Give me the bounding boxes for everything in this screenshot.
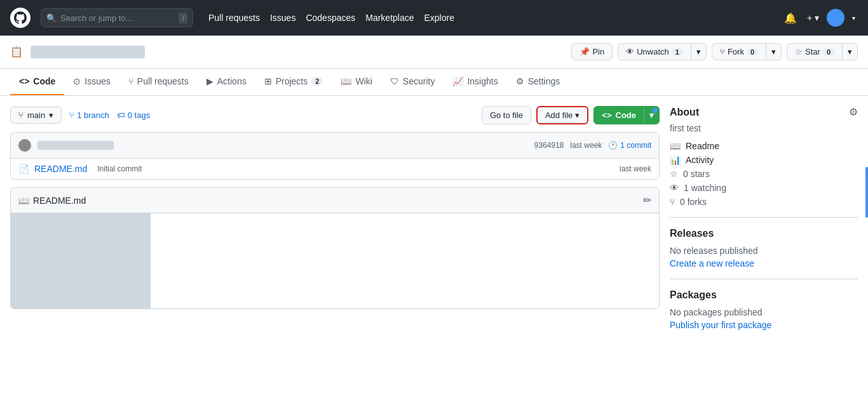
issues-icon: ⊙	[73, 76, 81, 86]
tab-settings[interactable]: ⚙ Settings	[507, 69, 569, 95]
star-button[interactable]: ☆ Star 0	[787, 43, 843, 60]
pr-icon: ⑂	[128, 76, 133, 86]
sidebar-links: 📖 Readme 📊 Activity ☆ 0 stars 👁 1 watchi…	[670, 141, 858, 207]
create-new-btn[interactable]: + ▾	[804, 10, 822, 25]
no-packages-text: No packages published	[670, 307, 858, 317]
user-avatar[interactable]	[827, 9, 844, 27]
search-placeholder: Search or jump to...	[60, 13, 132, 23]
packages-section: Packages No packages published Publish y…	[670, 289, 858, 330]
watching-link[interactable]: 👁 1 watching	[670, 183, 858, 193]
tab-code[interactable]: <> Code	[10, 69, 64, 95]
sidebar: About ⚙ first test 📖 Readme 📊 Activity ☆…	[670, 106, 858, 330]
add-file-chevron: ▾	[575, 110, 580, 120]
sidebar-divider-2	[670, 279, 858, 279]
nav-codespaces[interactable]: Codespaces	[306, 13, 355, 23]
code-main-btn[interactable]: <> Code	[594, 107, 644, 123]
publish-package-link[interactable]: Publish your first package	[670, 320, 771, 330]
chevron-down-icon: ▾	[49, 110, 53, 120]
file-name-link[interactable]: README.md	[34, 164, 87, 174]
commit-id: 9364918	[534, 141, 564, 150]
user-menu-btn[interactable]: ▾	[850, 12, 858, 24]
settings-icon: ⚙	[516, 76, 524, 86]
tab-projects[interactable]: ⊞ Projects 2	[255, 69, 332, 95]
insights-icon: 📈	[452, 76, 463, 86]
fork-button[interactable]: ⑂ Fork 0	[712, 43, 766, 60]
pin-button[interactable]: 📌 Pin	[571, 43, 613, 60]
repo-name	[31, 46, 145, 58]
star-icon: ☆	[795, 47, 803, 56]
readme-link[interactable]: 📖 Readme	[670, 141, 858, 151]
releases-title: Releases	[670, 228, 858, 239]
nav-links: Pull requests Issues Codespaces Marketpl…	[208, 13, 454, 23]
add-file-button[interactable]: Add file ▾	[536, 106, 588, 124]
tab-security[interactable]: 🛡 Security	[381, 69, 444, 95]
about-title: About	[670, 107, 699, 118]
tab-insights[interactable]: 📈 Insights	[444, 69, 506, 95]
repo-main: ⑂ main ▾ ⑂ 1 branch 🏷 0 tags Go to file …	[10, 106, 660, 330]
pin-icon: 📌	[580, 47, 590, 56]
fork-icon: ⑂	[720, 47, 725, 56]
forks-link[interactable]: ⑂ 0 forks	[670, 197, 858, 207]
eye-icon: 👁	[626, 47, 634, 56]
code-brackets-icon: <>	[602, 110, 611, 120]
projects-badge: 2	[311, 77, 323, 86]
star-count: 0	[823, 48, 834, 56]
unwatch-count: 1	[672, 48, 683, 56]
book-icon-small: 📖	[670, 141, 681, 151]
github-logo[interactable]	[10, 8, 31, 28]
readme-title: README.md	[33, 195, 86, 206]
nav-pull-requests[interactable]: Pull requests	[208, 13, 260, 23]
gear-icon[interactable]: ⚙	[849, 106, 858, 118]
repo-tabs: <> Code ⊙ Issues ⑂ Pull requests ▶ Actio…	[0, 69, 868, 96]
tags-count-link[interactable]: 🏷 0 tags	[117, 110, 150, 120]
tab-actions[interactable]: ▶ Actions	[198, 69, 255, 95]
tab-wiki[interactable]: 📖 Wiki	[332, 69, 381, 95]
branches-icon: ⑂	[69, 110, 74, 120]
history-icon: 🕐	[608, 141, 618, 150]
repo-icon: 📋	[10, 46, 23, 58]
file-time: last week	[620, 164, 651, 173]
branch-selector[interactable]: ⑂ main ▾	[10, 107, 62, 124]
fork-dropdown-btn[interactable]: ▾	[766, 43, 782, 60]
code-dropdown[interactable]: <> Code ▾	[593, 106, 660, 124]
repo-header: 📋 📌 Pin 👁 Unwatch 1 ▾ ⑂ Fork 0	[0, 36, 868, 69]
goto-file-button[interactable]: Go to file	[482, 106, 531, 124]
code-icon: <>	[19, 76, 29, 86]
scrollbar-accent	[865, 167, 868, 218]
star-dropdown-btn[interactable]: ▾	[843, 43, 858, 60]
table-row: 📄 README.md Initial commit last week	[11, 159, 659, 179]
stars-link[interactable]: ☆ 0 stars	[670, 169, 858, 179]
branch-meta: ⑂ 1 branch 🏷 0 tags	[69, 110, 150, 120]
edit-readme-icon[interactable]: ✏	[643, 194, 651, 206]
tab-pull-requests[interactable]: ⑂ Pull requests	[119, 69, 198, 95]
commit-time: last week	[570, 141, 602, 150]
fork-group: ⑂ Fork 0 ▾	[712, 43, 782, 60]
nav-marketplace[interactable]: Marketplace	[365, 13, 414, 23]
file-icon: 📄	[18, 164, 29, 174]
nav-issues[interactable]: Issues	[270, 13, 295, 23]
unwatch-dropdown-btn[interactable]: ▾	[691, 43, 707, 60]
search-icon: 🔍	[46, 13, 57, 23]
search-shortcut: /	[179, 13, 187, 23]
activity-link[interactable]: 📊 Activity	[670, 155, 858, 165]
repo-header-actions: 📌 Pin 👁 Unwatch 1 ▾ ⑂ Fork 0 ▾ ☆	[571, 43, 858, 60]
branch-icon: ⑂	[18, 110, 24, 120]
nav-right: 🔔 + ▾ ▾	[782, 9, 858, 27]
branch-count-link[interactable]: ⑂ 1 branch	[69, 110, 109, 120]
nav-explore[interactable]: Explore	[424, 13, 454, 23]
search-box[interactable]: 🔍 Search or jump to... /	[41, 8, 193, 27]
notifications-bell[interactable]: 🔔	[782, 10, 799, 27]
commit-count-link[interactable]: 🕐 1 commit	[608, 141, 651, 150]
tag-icon: 🏷	[117, 110, 125, 120]
fork-icon-sidebar: ⑂	[670, 197, 675, 207]
packages-title: Packages	[670, 289, 858, 301]
create-release-link[interactable]: Create a new release	[670, 258, 754, 268]
tab-issues[interactable]: ⊙ Issues	[64, 69, 119, 95]
fork-count: 0	[747, 48, 758, 56]
unwatch-group: 👁 Unwatch 1 ▾	[618, 43, 707, 60]
releases-section: Releases No releases published Create a …	[670, 228, 858, 268]
commit-author-name	[37, 141, 114, 150]
unwatch-button[interactable]: 👁 Unwatch 1	[618, 43, 691, 60]
readme-content	[151, 213, 659, 308]
no-releases-text: No releases published	[670, 246, 858, 256]
